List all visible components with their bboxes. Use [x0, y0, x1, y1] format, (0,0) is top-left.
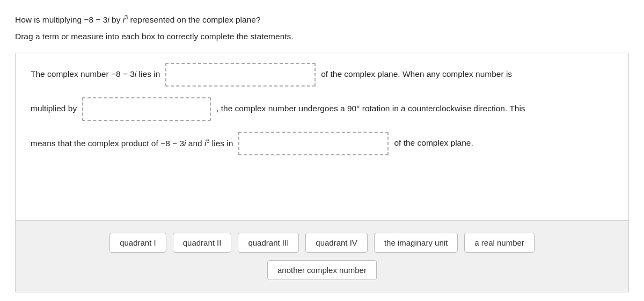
statements-area: The complex number −8 − 3i lies in of th…: [16, 53, 628, 221]
drag-item-quadrant-iv[interactable]: quadrant IV: [305, 233, 368, 253]
main-content-area: The complex number −8 − 3i lies in of th…: [15, 53, 629, 292]
stmt3-text1: means that the complex product of −8 − 3…: [31, 137, 233, 150]
drop-box-3[interactable]: [238, 132, 389, 155]
drag-items-row-2: another complex number: [267, 260, 377, 280]
drag-item-quadrant-iii[interactable]: quadrant III: [238, 233, 299, 253]
stmt2-text1: multiplied by: [31, 102, 77, 116]
statement-row-3: means that the complex product of −8 − 3…: [31, 132, 613, 155]
instruction-text: Drag a term or measure into each box to …: [15, 30, 629, 42]
drag-item-real-number[interactable]: a real number: [464, 233, 535, 253]
drag-items-row-1: quadrant I quadrant II quadrant III quad…: [109, 233, 535, 253]
statement-row-1: The complex number −8 − 3i lies in of th…: [31, 63, 613, 87]
drag-item-quadrant-i[interactable]: quadrant I: [109, 233, 166, 253]
drag-items-area: quadrant I quadrant II quadrant III quad…: [16, 221, 628, 292]
drag-item-quadrant-ii[interactable]: quadrant II: [173, 233, 232, 253]
stmt3-text2: of the complex plane.: [394, 137, 473, 150]
page-container: How is multiplying −8 − 3i by i3 represe…: [0, 0, 644, 301]
drop-box-1[interactable]: [165, 63, 316, 87]
drag-item-another-complex-number[interactable]: another complex number: [267, 260, 377, 280]
drop-box-2[interactable]: [82, 97, 211, 121]
drag-item-imaginary-unit[interactable]: the imaginary unit: [374, 233, 458, 253]
stmt2-text2: , the complex number undergoes a 90° rot…: [216, 102, 525, 116]
statement-row-2: multiplied by , the complex number under…: [31, 97, 613, 121]
stmt1-text2: of the complex plane. When any complex n…: [321, 68, 512, 81]
question-text: How is multiplying −8 − 3i by i3 represe…: [15, 13, 629, 26]
stmt1-text1: The complex number −8 − 3i lies in: [31, 68, 160, 81]
